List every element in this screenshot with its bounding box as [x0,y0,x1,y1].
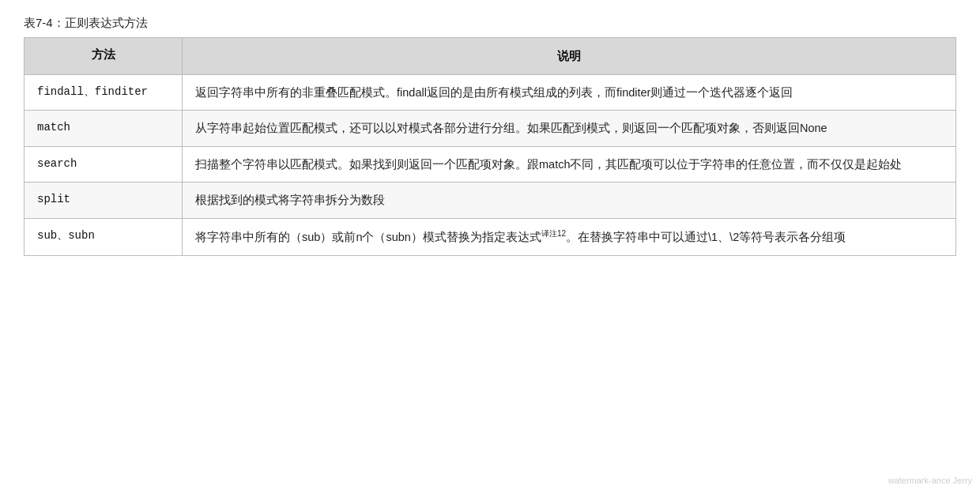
table-row: match从字符串起始位置匹配模式，还可以以对模式各部分进行分组。如果匹配到模式… [24,111,956,147]
table-row: split根据找到的模式将字符串拆分为数段 [24,183,956,219]
table-row: search扫描整个字符串以匹配模式。如果找到则返回一个匹配项对象。跟match… [24,146,956,183]
regex-methods-table: 方法 说明 findall、finditer返回字符串中所有的非重叠匹配模式。f… [24,37,956,256]
description-cell: 返回字符串中所有的非重叠匹配模式。findall返回的是由所有模式组成的列表，而… [183,74,956,111]
table-row: sub、subn将字符串中所有的（sub）或前n个（subn）模式替换为指定表达… [24,219,956,255]
description-cell: 将字符串中所有的（sub）或前n个（subn）模式替换为指定表达式译注12。在替… [183,219,956,255]
header-method: 方法 [24,38,183,75]
footnote-ref: 译注12 [541,229,566,238]
method-cell: search [24,146,183,183]
method-cell: match [24,111,183,147]
description-cell: 根据找到的模式将字符串拆分为数段 [183,183,956,219]
header-description: 说明 [183,38,956,75]
table-row: findall、finditer返回字符串中所有的非重叠匹配模式。findall… [24,74,956,111]
method-cell: findall、finditer [24,74,183,111]
description-cell: 从字符串起始位置匹配模式，还可以以对模式各部分进行分组。如果匹配到模式，则返回一… [183,111,956,147]
method-cell: split [24,183,183,219]
method-cell: sub、subn [24,219,183,255]
table-header-row: 方法 说明 [24,38,956,75]
table-title: 表7-4：正则表达式方法 [24,16,956,31]
description-cell: 扫描整个字符串以匹配模式。如果找到则返回一个匹配项对象。跟match不同，其匹配… [183,146,956,183]
watermark: watermark-ance Jerry [888,476,972,485]
